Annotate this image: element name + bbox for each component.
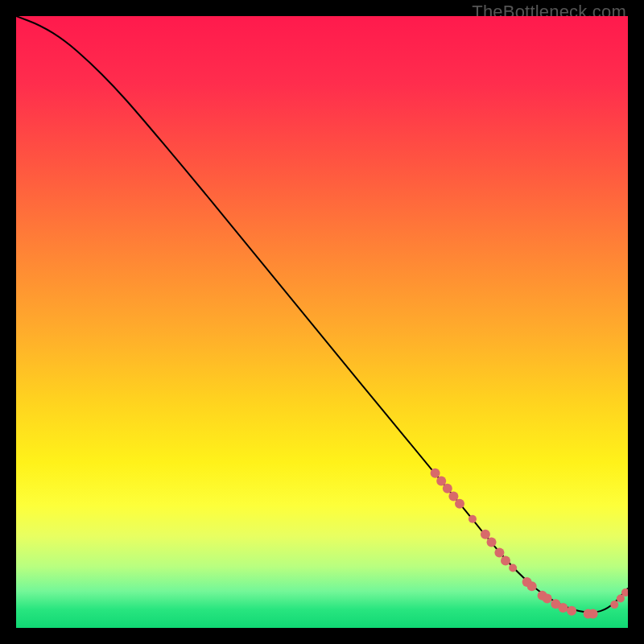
highlight-dot: [501, 555, 510, 565]
chart-frame: TheBottleneck.com: [0, 0, 644, 644]
highlight-dot: [487, 538, 497, 547]
highlight-dot: [431, 469, 440, 478]
plot-area: [16, 16, 628, 628]
highlight-dot: [610, 601, 618, 609]
highlight-dot: [588, 609, 598, 619]
highlight-dot: [455, 499, 464, 509]
chart-svg: [16, 16, 628, 628]
highlight-dot: [558, 603, 568, 613]
bottleneck-curve: [16, 16, 628, 613]
highlight-dot: [494, 548, 504, 558]
highlight-dot: [481, 530, 490, 539]
highlight-dot: [443, 484, 452, 493]
highlight-dot: [527, 581, 537, 591]
highlight-dot: [543, 594, 552, 604]
highlight-dot: [509, 564, 517, 572]
highlight-dot: [567, 606, 576, 616]
highlight-dot: [469, 515, 477, 523]
